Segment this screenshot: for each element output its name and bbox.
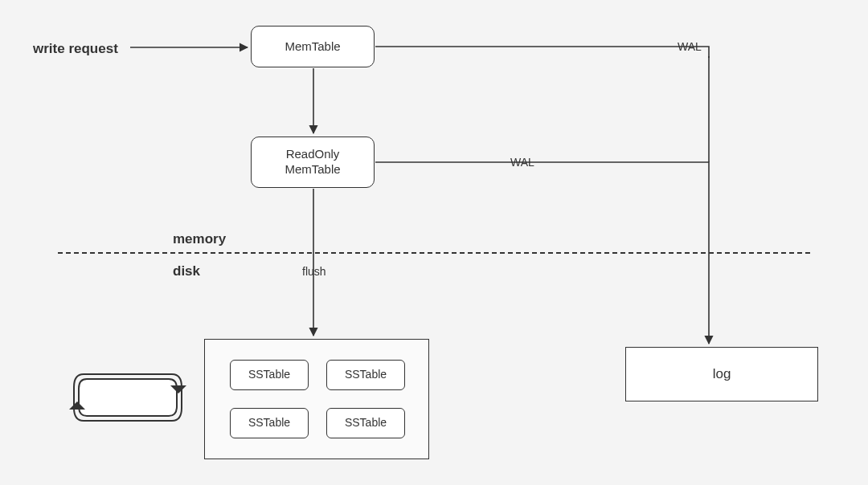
write-request-label: write request: [31, 41, 121, 57]
sstable-container: [204, 339, 429, 459]
sstable-box-4: SSTable: [326, 408, 405, 438]
wal-edge-label-1: WAL: [675, 40, 704, 53]
sstable-box-3: SSTable: [230, 408, 309, 438]
disk-region-label: disk: [170, 263, 203, 279]
edge-memtable-to-log-upper: [375, 47, 709, 58]
svg-marker-0: [170, 385, 186, 393]
sstable-text: SSTable: [345, 368, 387, 382]
memory-disk-divider: [58, 252, 810, 254]
sstable-box-1: SSTable: [230, 360, 309, 390]
memtable-text: MemTable: [285, 39, 340, 55]
wal-edge-label-2: WAL: [508, 156, 537, 169]
compaction-label: Compaction: [87, 391, 156, 405]
sstable-text: SSTable: [345, 416, 387, 430]
memtable-box: MemTable: [251, 26, 375, 67]
diagram-canvas: write request MemTable ReadOnly MemTable…: [0, 0, 868, 485]
sstable-text: SSTable: [248, 368, 290, 382]
readonly-memtable-box: ReadOnly MemTable: [251, 137, 375, 188]
log-box: log: [625, 347, 818, 401]
log-text: log: [713, 366, 731, 382]
readonly-memtable-text: ReadOnly MemTable: [285, 147, 340, 177]
sstable-box-2: SSTable: [326, 360, 405, 390]
memory-region-label: memory: [170, 231, 228, 247]
flush-edge-label: flush: [300, 265, 329, 278]
connectors-overlay: [0, 0, 868, 485]
svg-marker-1: [69, 401, 85, 410]
sstable-text: SSTable: [248, 416, 290, 430]
